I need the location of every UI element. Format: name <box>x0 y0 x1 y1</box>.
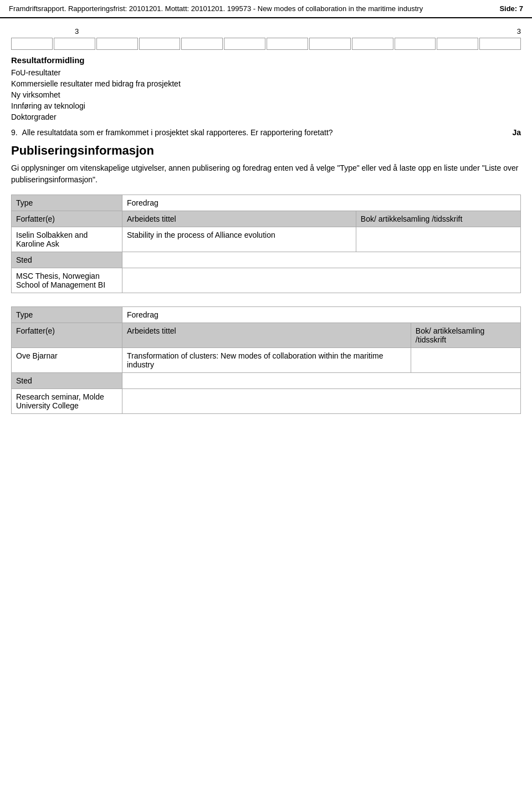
bok-value-1 <box>356 227 520 252</box>
question-body: Alle resultatdata som er framkommet i pr… <box>22 128 333 137</box>
type-row-2: Type Foredrag <box>12 307 521 323</box>
sted-empty-1 <box>122 268 521 293</box>
sted-label-1: Sted <box>12 252 122 268</box>
question-answer: Ja <box>512 128 521 137</box>
pub-description: Gi opplysninger om vitenskapelige utgive… <box>11 162 521 186</box>
type-row-1: Type Foredrag <box>12 195 521 211</box>
type-label-1: Type <box>12 195 122 211</box>
grid-cell-4 <box>139 38 181 50</box>
forfatter-header-2: Forfatter(e) <box>12 323 122 348</box>
result-item-5: Doktorgrader <box>11 112 521 121</box>
forfatter-header-row-2: Forfatter(e) Arbeidets tittel Bok/ artik… <box>12 323 521 348</box>
grid-cell-6 <box>224 38 265 50</box>
grid-cell-1 <box>11 38 53 50</box>
arbeidets-tittel-value-2: Transformation of clusters: New modes of… <box>122 348 411 373</box>
page-number-text: Side: 7 <box>499 4 523 13</box>
question-number: 9. <box>11 128 18 137</box>
question-row: 9. Alle resultatdata som er framkommet i… <box>11 128 521 137</box>
forfatter-header-1: Forfatter(e) <box>12 211 122 227</box>
bok-value-2 <box>411 348 520 373</box>
header-title-text: Framdriftsrapport. Rapporteringsfrist: 2… <box>9 4 423 13</box>
number-row: 3 3 <box>11 27 521 35</box>
question-text: 9. Alle resultatdata som er framkommet i… <box>11 128 333 137</box>
sted-value-row-1: MSC Thesis, Norwegian School of Manageme… <box>12 268 521 293</box>
page-header: Framdriftsrapport. Rapporteringsfrist: 2… <box>0 0 532 18</box>
col-number-3-right: 3 <box>479 27 521 35</box>
sted-value-1 <box>122 252 521 268</box>
col-number-1 <box>11 27 55 35</box>
page-number: Side: 7 <box>499 4 523 13</box>
pub-heading: Publiseringsinformasjon <box>11 144 521 158</box>
sted-label-2: Sted <box>12 373 122 389</box>
question-9: 9. Alle resultatdata som er framkommet i… <box>11 128 521 137</box>
forfatter-value-row-2: Ove Bjarnar Transformation of clusters: … <box>12 348 521 373</box>
sted-empty-2 <box>122 389 521 414</box>
result-item-2: Kommersielle resultater med bidrag fra p… <box>11 79 521 88</box>
forfatter-value-1: Iselin Solbakken and Karoline Ask <box>12 227 122 252</box>
type-value-2: Foredrag <box>122 307 521 323</box>
pub-table-1: Type Foredrag Forfatter(e) Arbeidets tit… <box>11 195 521 293</box>
col-number-3-left: 3 <box>55 27 98 35</box>
results-section: Resultatformidling FoU-resultater Kommer… <box>11 55 521 121</box>
forfatter-value-row-1: Iselin Solbakken and Karoline Ask Stabil… <box>12 227 521 252</box>
grid-cell-2 <box>54 38 95 50</box>
header-title: Framdriftsrapport. Rapporteringsfrist: 2… <box>9 4 423 13</box>
arbeidets-tittel-value-1: Stability in the process of Alliance evo… <box>122 227 356 252</box>
result-item-3: Ny virksomhet <box>11 90 521 99</box>
sted-row-1: Sted <box>12 252 521 268</box>
grid-cell-9 <box>352 38 393 50</box>
sted-value-row-2: Research seminar, Molde University Colle… <box>12 389 521 414</box>
grid-cell-12 <box>479 38 521 50</box>
sted-row-2: Sted <box>12 373 521 389</box>
forfatter-header-row-1: Forfatter(e) Arbeidets tittel Bok/ artik… <box>12 211 521 227</box>
results-heading: Resultatformidling <box>11 55 521 65</box>
grid-cell-3 <box>96 38 138 50</box>
sted-text-2: Research seminar, Molde University Colle… <box>12 389 122 414</box>
grid-cell-10 <box>395 38 436 50</box>
arbeidets-tittel-header-2: Arbeidets tittel <box>122 323 411 348</box>
forfatter-value-2: Ove Bjarnar <box>12 348 122 373</box>
type-label-2: Type <box>12 307 122 323</box>
progress-grid <box>11 38 521 50</box>
result-item-1: FoU-resultater <box>11 68 521 77</box>
main-content: 3 3 Resultatformidling FoU-resultater Ko… <box>0 18 532 436</box>
pub-section: Publiseringsinformasjon Gi opplysninger … <box>11 144 521 414</box>
bok-header-2: Bok/ artikkelsamling /tidsskrift <box>411 323 520 348</box>
arbeidets-tittel-header-1: Arbeidets tittel <box>122 211 356 227</box>
grid-cell-7 <box>267 38 308 50</box>
sted-text-1: MSC Thesis, Norwegian School of Manageme… <box>12 268 122 293</box>
pub-table-2: Type Foredrag Forfatter(e) Arbeidets tit… <box>11 306 521 414</box>
grid-cell-11 <box>437 38 478 50</box>
type-value-1: Foredrag <box>122 195 521 211</box>
result-item-4: Innføring av teknologi <box>11 101 521 110</box>
bok-header-1: Bok/ artikkelsamling /tidsskrift <box>356 211 520 227</box>
sted-value-2 <box>122 373 521 389</box>
grid-cell-8 <box>309 38 351 50</box>
grid-cell-5 <box>181 38 223 50</box>
